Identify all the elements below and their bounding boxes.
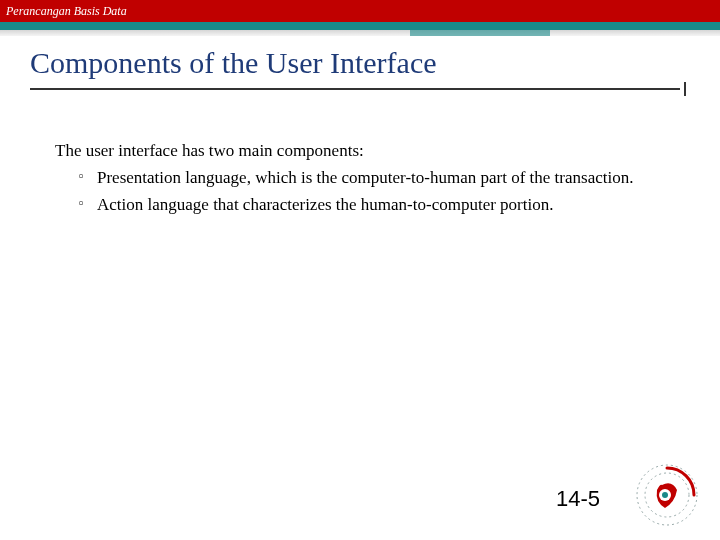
course-title: Perancangan Basis Data [6, 4, 127, 19]
slide: Perancangan Basis Data Components of the… [0, 0, 720, 540]
accent-bar [0, 22, 720, 30]
heading-underline [30, 88, 680, 90]
list-item: Presentation language, which is the comp… [79, 167, 665, 190]
page-number: 14-5 [556, 486, 600, 512]
lead-text: The user interface has two main componen… [55, 140, 665, 163]
body: The user interface has two main componen… [0, 80, 720, 217]
page-title: Components of the User Interface [30, 46, 720, 80]
svg-point-3 [662, 492, 668, 498]
heading-wrap: Components of the User Interface [0, 36, 720, 80]
header-bar: Perancangan Basis Data [0, 0, 720, 22]
bullet-list: Presentation language, which is the comp… [55, 167, 665, 217]
university-logo-icon [632, 460, 702, 530]
list-item: Action language that characterizes the h… [79, 194, 665, 217]
